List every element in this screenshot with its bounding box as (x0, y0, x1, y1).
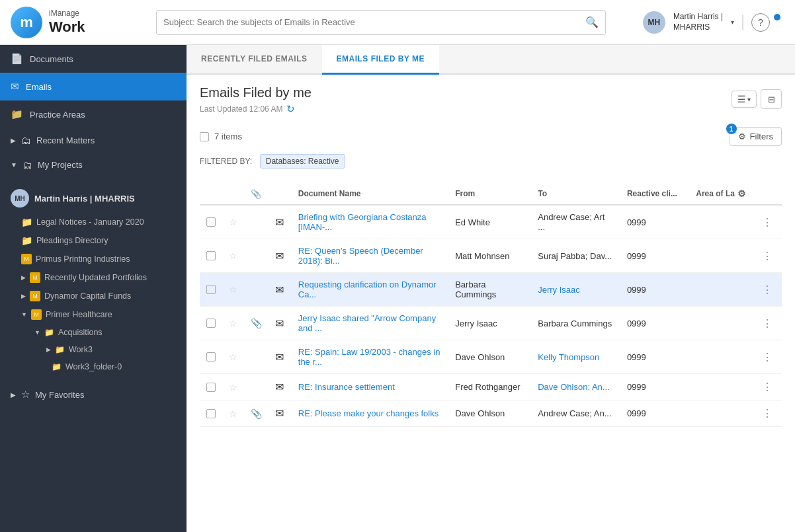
document-name-link[interactable]: Jerry Isaac shared "Arrow Company and ..… (298, 313, 436, 333)
th-document-name[interactable]: Document Name (292, 183, 448, 205)
star-icon[interactable]: ☆ (229, 284, 237, 295)
to-link[interactable]: Jerry Isaac (538, 285, 580, 295)
row-star-cell: ☆ (222, 273, 244, 307)
sidebar-item-documents[interactable]: 📄 Documents (0, 45, 187, 73)
row-star-cell: ☆ (222, 374, 244, 400)
folder-icon-pleadings: 📁 (21, 235, 32, 246)
row-checkbox[interactable] (206, 217, 216, 227)
more-options-button[interactable]: ⋮ (759, 315, 775, 332)
sidebar-item-work3[interactable]: ▶ 📁 Work3 (11, 341, 176, 358)
table-row: ☆ ✉ Briefing with Georgiana Costanza [IM… (200, 205, 782, 239)
filter-tag[interactable]: Databases: Reactive (260, 154, 345, 169)
table-row: ☆ ✉ RE: Spain: Law 19/2003 - changes in … (200, 340, 782, 374)
sidebar-user-header[interactable]: MH Martin Harris | MHARRIS (11, 184, 176, 213)
sidebar: 📄 Documents ✉ Emails 📁 Practice Areas ▶ … (0, 45, 187, 532)
row-document-name[interactable]: RE: Queen's Speech (December 2018): Bi..… (292, 239, 448, 273)
email-type-icon: ✉ (275, 284, 284, 295)
sidebar-item-emails[interactable]: ✉ Emails (0, 73, 187, 100)
sidebar-item-pleadings[interactable]: 📁 Pleadings Directory (11, 231, 176, 250)
row-from: Matt Mohnsen (448, 239, 531, 273)
to-link[interactable]: Kelly Thompson (538, 352, 599, 362)
more-options-button[interactable]: ⋮ (759, 282, 775, 298)
sidebar-item-recent-matters[interactable]: ▶ 🗂 Recent Matters (0, 128, 187, 153)
row-checkbox[interactable] (206, 319, 216, 328)
tab-emails-filed-by-me[interactable]: EMAILS FILED BY ME (322, 45, 439, 75)
row-checkbox[interactable] (206, 285, 216, 294)
item-count-area: 7 items (200, 132, 242, 141)
document-name-link[interactable]: RE: Spain: Law 19/2003 - changes in the … (298, 347, 440, 367)
star-icon[interactable]: ☆ (229, 382, 237, 393)
row-document-name[interactable]: Briefing with Georgiana Costanza [IMAN-.… (292, 205, 448, 239)
more-options-button[interactable]: ⋮ (759, 379, 775, 395)
row-type-icon-cell: ✉ (269, 273, 292, 307)
document-name-link[interactable]: RE: Queen's Speech (December 2018): Bi..… (298, 246, 423, 266)
filters-button[interactable]: 1 ⚙ Filters (730, 127, 782, 146)
row-more-cell: ⋮ (753, 239, 782, 273)
row-document-name[interactable]: RE: Please make your changes folks (292, 400, 448, 427)
client-text: 0999 (627, 285, 646, 295)
document-name-link[interactable]: Briefing with Georgiana Costanza [IMAN-.… (298, 212, 427, 232)
row-document-name[interactable]: Requesting clarification on Dynamor Ca..… (292, 273, 448, 307)
row-document-name[interactable]: Jerry Isaac shared "Arrow Company and ..… (292, 307, 448, 340)
th-reactive-client[interactable]: Reactive cli... (620, 183, 689, 205)
sidebar-item-my-projects[interactable]: ▼ 🗂 My Projects (0, 153, 187, 177)
sidebar-item-legal-notices[interactable]: 📁 Legal Notices - January 2020 (11, 213, 176, 231)
th-to[interactable]: To (531, 183, 620, 205)
table-row: ☆ ✉ RE: Queen's Speech (December 2018): … (200, 239, 782, 273)
sidebar-item-practice-areas[interactable]: 📁 Practice Areas (0, 100, 187, 128)
star-icon[interactable]: ☆ (229, 250, 237, 261)
row-document-name[interactable]: RE: Insurance settlement (292, 374, 448, 400)
to-link[interactable]: Dave Ohlson; An... (538, 382, 609, 392)
row-checkbox[interactable] (206, 352, 216, 361)
split-view-icon: ⊟ (768, 95, 775, 104)
tab-recently-filed[interactable]: RECENTLY FILED EMAILS (187, 45, 322, 75)
refresh-icon[interactable]: ↻ (286, 103, 295, 115)
row-checkbox[interactable] (206, 251, 216, 260)
row-area (689, 374, 753, 400)
sidebar-item-primus[interactable]: M Primus Printing Industries (11, 250, 176, 268)
more-options-button[interactable]: ⋮ (759, 405, 775, 422)
sidebar-item-dynamor[interactable]: ▶ M Dynamor Capital Funds (11, 287, 176, 305)
item-count-text: 7 items (214, 132, 242, 141)
row-to: Kelly Thompson (531, 340, 620, 374)
sidebar-item-primer[interactable]: ▼ M Primer Healthcare (11, 305, 176, 324)
sidebar-item-recently-updated[interactable]: ▶ M Recently Updated Portfolios (11, 268, 176, 287)
row-checkbox[interactable] (206, 383, 216, 392)
split-view-button[interactable]: ⊟ (761, 89, 782, 109)
star-icon[interactable]: ☆ (229, 217, 237, 227)
sidebar-item-work3-folder[interactable]: 📁 Work3_folder-0 (11, 358, 176, 375)
search-bar[interactable]: 🔍 (156, 10, 606, 35)
column-settings-icon[interactable]: ⚙ (737, 188, 746, 199)
content-body: Emails Filed by me Last Updated 12:06 AM… (187, 75, 795, 532)
document-name-link[interactable]: RE: Insurance settlement (298, 382, 395, 392)
row-checkbox-cell (200, 340, 222, 374)
th-from[interactable]: From (448, 183, 531, 205)
document-name-link[interactable]: RE: Please make your changes folks (298, 408, 439, 418)
star-icon[interactable]: ☆ (229, 408, 237, 419)
more-options-button[interactable]: ⋮ (759, 248, 775, 264)
row-type-icon-cell: ✉ (269, 205, 292, 239)
view-toggle-button[interactable]: ☰ ▾ (732, 91, 757, 108)
row-to: Andrew Case; An... (531, 400, 620, 427)
sidebar-item-my-favorites[interactable]: ▶ ☆ My Favorites (0, 382, 187, 407)
star-icon[interactable]: ☆ (229, 352, 237, 362)
toolbar-right: 1 ⚙ Filters (730, 127, 782, 146)
email-type-icon: ✉ (275, 408, 284, 419)
sidebar-item-acquisitions[interactable]: ▼ 📁 Acquisitions (11, 324, 176, 341)
row-to: Andrew Case; Art ... (531, 205, 620, 239)
search-icon[interactable]: 🔍 (585, 16, 599, 28)
help-icon[interactable]: ? (751, 13, 770, 32)
document-name-link[interactable]: Requesting clarification on Dynamor Ca..… (298, 280, 437, 299)
row-document-name[interactable]: RE: Spain: Law 19/2003 - changes in the … (292, 340, 448, 374)
row-more-cell: ⋮ (753, 340, 782, 374)
search-input[interactable] (163, 17, 585, 27)
row-type-icon-cell: ✉ (269, 374, 292, 400)
user-dropdown-chevron[interactable]: ▾ (731, 19, 734, 26)
select-all-checkbox[interactable] (200, 132, 209, 141)
th-area[interactable]: Area of La ⚙ (689, 183, 753, 205)
more-options-button[interactable]: ⋮ (759, 349, 775, 365)
row-checkbox[interactable] (206, 409, 216, 418)
row-to: Suraj Pabba; Dav... (531, 239, 620, 273)
star-icon[interactable]: ☆ (229, 318, 237, 328)
more-options-button[interactable]: ⋮ (759, 214, 775, 231)
